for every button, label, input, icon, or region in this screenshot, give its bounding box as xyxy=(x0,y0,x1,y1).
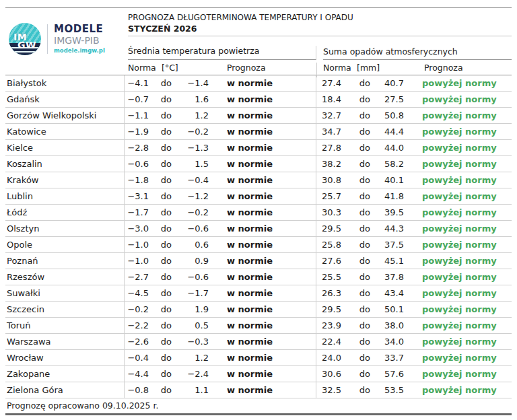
precip-range-separator: do xyxy=(341,124,372,140)
city-name: Szczecin xyxy=(5,302,125,318)
precip-norm-low: 27.6 xyxy=(316,253,341,269)
precip-norm-low: 38.2 xyxy=(316,156,341,172)
temp-range-separator: do xyxy=(149,269,173,285)
city-name: Łódź xyxy=(5,205,125,221)
temp-forecast: w normie xyxy=(209,124,316,140)
temp-norm-high: −0.2 xyxy=(173,205,209,221)
temp-forecast: w normie xyxy=(209,188,316,205)
temp-norm-low: −3.1 xyxy=(125,188,149,205)
table-row: Gdańsk −0.7 do 1.6 w normie 18.4 do 27.5… xyxy=(5,92,512,108)
temp-forecast: w normie xyxy=(209,366,316,382)
temp-range-separator: do xyxy=(149,350,173,366)
city-name: Warszawa xyxy=(5,334,125,350)
temp-norm-high: 1.6 xyxy=(173,92,209,108)
precip-forecast: powyżej normy xyxy=(404,92,512,108)
temp-norm-high: 1.2 xyxy=(173,108,209,124)
precipitation-section-header: Suma opadów atmosferycznych xyxy=(316,46,512,60)
precip-prognoza-header: Prognoza xyxy=(424,63,463,73)
footer-note: Prognozę opracowano 09.10.2025 r. xyxy=(5,398,512,413)
precip-norm-low: 29.5 xyxy=(316,221,341,237)
city-name: Suwałki xyxy=(5,285,125,302)
precip-range-separator: do xyxy=(341,237,372,253)
precip-forecast: powyżej normy xyxy=(404,285,512,302)
temp-norm-high: −0.2 xyxy=(173,124,209,140)
temp-norm-low: −0.8 xyxy=(125,382,149,398)
precip-range-separator: do xyxy=(341,221,372,237)
precip-forecast: powyżej normy xyxy=(404,124,512,140)
logo-brand: MODELE xyxy=(54,24,105,35)
table-row: Lublin −3.1 do −1.2 w normie 25.7 do 41.… xyxy=(5,188,512,205)
temp-norm-low: −1.7 xyxy=(125,205,149,221)
temp-range-separator: do xyxy=(149,188,173,205)
table-row: Szczecin −0.2 do 1.9 w normie 29.5 do 50… xyxy=(5,302,512,318)
temp-forecast: w normie xyxy=(209,302,316,318)
temp-norm-high: −1.7 xyxy=(173,285,209,302)
precip-unit-header: [mm] xyxy=(357,63,380,73)
precip-norm-high: 40.7 xyxy=(372,75,404,92)
precip-norma-header: Norma xyxy=(323,63,351,73)
temp-norm-high: −0.3 xyxy=(173,334,209,350)
temp-forecast: w normie xyxy=(209,205,316,221)
temp-norm-low: −2.6 xyxy=(125,334,149,350)
temp-forecast: w normie xyxy=(209,285,316,302)
city-name: Poznań xyxy=(5,253,125,269)
temp-norm-low: −1.9 xyxy=(125,124,149,140)
temp-norm-low: −1.0 xyxy=(125,253,149,269)
city-name: Olsztyn xyxy=(5,221,125,237)
table-row: Opole −1.0 do 0.6 w normie 25.8 do 37.5 … xyxy=(5,237,512,253)
temp-forecast: w normie xyxy=(209,269,316,285)
precip-norm-high: 44.4 xyxy=(372,124,404,140)
precip-forecast: powyżej normy xyxy=(404,366,512,382)
temp-range-separator: do xyxy=(149,75,173,92)
temp-range-separator: do xyxy=(149,140,173,156)
temp-unit-header: [°C] xyxy=(162,63,178,73)
precip-norm-high: 50.1 xyxy=(372,302,404,318)
city-name: Toruń xyxy=(5,318,125,334)
precip-forecast: powyżej normy xyxy=(404,172,512,188)
precip-norm-high: 50.8 xyxy=(372,108,404,124)
precip-range-separator: do xyxy=(341,172,372,188)
table-row: Gorzów Wielkopolski −1.1 do 1.2 w normie… xyxy=(5,108,512,124)
table-body: Białystok −4.1 do −1.4 w normie 27.4 do … xyxy=(5,75,512,398)
temp-norm-high: 1.9 xyxy=(173,302,209,318)
precip-forecast: powyżej normy xyxy=(404,75,512,92)
precip-forecast: powyżej normy xyxy=(404,188,512,205)
precip-norm-high: 41.8 xyxy=(372,188,404,205)
temp-norm-high: 1.1 xyxy=(173,382,209,398)
precip-norm-high: 53.5 xyxy=(372,382,404,398)
temp-range-separator: do xyxy=(149,302,173,318)
temp-range-separator: do xyxy=(149,366,173,382)
precip-norm-low: 32.7 xyxy=(316,108,341,124)
city-name: Gorzów Wielkopolski xyxy=(5,108,125,124)
precip-forecast: powyżej normy xyxy=(404,302,512,318)
temp-range-separator: do xyxy=(149,318,173,334)
city-name: Koszalin xyxy=(5,156,125,172)
precip-range-separator: do xyxy=(341,140,372,156)
temp-range-separator: do xyxy=(149,237,173,253)
section-divider xyxy=(316,63,317,77)
temp-forecast: w normie xyxy=(209,172,316,188)
precip-forecast: powyżej normy xyxy=(404,318,512,334)
precip-norm-high: 39.5 xyxy=(372,205,404,221)
precip-range-separator: do xyxy=(341,350,372,366)
table-row: Katowice −1.9 do −0.2 w normie 34.7 do 4… xyxy=(5,124,512,140)
temp-norm-high: −0.4 xyxy=(173,172,209,188)
precip-forecast: powyżej normy xyxy=(404,237,512,253)
city-name: Katowice xyxy=(5,124,125,140)
temp-forecast: w normie xyxy=(209,92,316,108)
table-row: Kielce −2.8 do −1.3 w normie 27.8 do 44.… xyxy=(5,140,512,156)
temp-norm-high: 1.2 xyxy=(173,350,209,366)
precip-norm-high: 37.5 xyxy=(372,237,404,253)
table-row: Wrocław −0.4 do 1.2 w normie 24.0 do 33.… xyxy=(5,350,512,366)
temp-range-separator: do xyxy=(149,156,173,172)
precip-forecast: powyżej normy xyxy=(404,205,512,221)
precip-norm-high: 57.6 xyxy=(372,366,404,382)
temp-forecast: w normie xyxy=(209,382,316,398)
city-name: Rzeszów xyxy=(5,269,125,285)
table-row: Rzeszów −2.7 do −0.6 w normie 25.5 do 37… xyxy=(5,269,512,285)
temp-forecast: w normie xyxy=(209,108,316,124)
temp-forecast: w normie xyxy=(209,334,316,350)
precip-range-separator: do xyxy=(341,366,372,382)
precip-forecast: powyżej normy xyxy=(404,108,512,124)
temp-norm-high: 0.5 xyxy=(173,318,209,334)
